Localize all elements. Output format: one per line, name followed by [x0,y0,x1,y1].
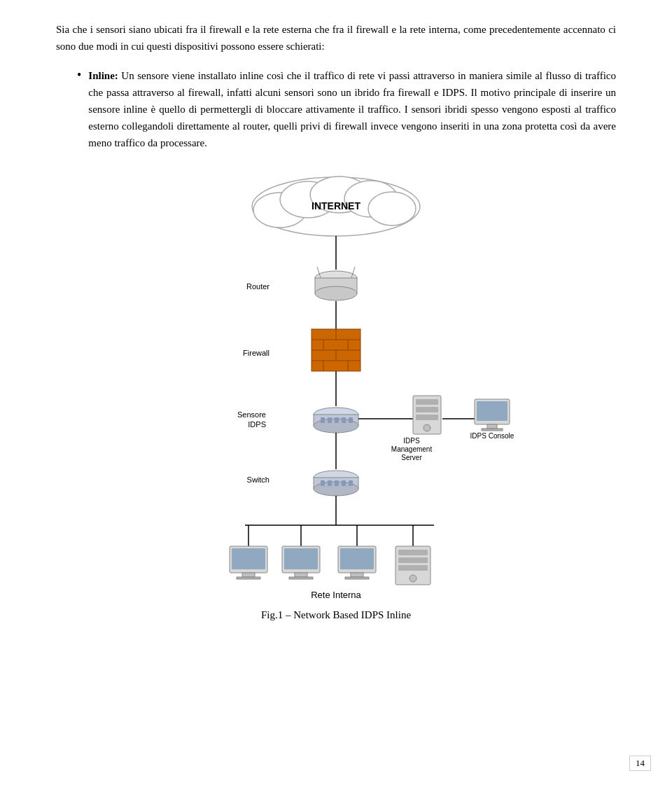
svg-rect-67 [340,548,374,569]
idps-mgmt-icon [413,396,441,434]
svg-rect-43 [482,429,503,431]
bullet-text: Inline: Un sensore viene installato inli… [88,67,616,151]
page-number: 14 [629,756,651,771]
switch-label: Switch [247,475,270,484]
svg-rect-51 [349,480,353,486]
diagram-container: INTERNET Router [56,168,616,621]
idps-console-icon [475,399,510,431]
svg-rect-72 [398,557,428,563]
svg-point-38 [424,424,430,431]
svg-rect-31 [349,417,353,423]
svg-rect-50 [342,480,346,486]
svg-point-9 [315,286,357,300]
network-diagram: INTERNET Router [140,168,532,602]
bullet-section: • Inline: Un sensore viene installato in… [77,67,616,151]
sensore-idps-label1: Sensore [237,410,266,419]
svg-rect-65 [289,577,313,579]
figure-caption-text: Fig.1 – Network Based IDPS Inline [261,609,411,620]
paragraph1: Sia che i sensori siano ubicati fra il f… [56,21,616,55]
figure-caption: Fig.1 – Network Based IDPS Inline [261,609,411,621]
switch-icon [314,471,358,496]
firewall-icon [312,329,360,371]
svg-rect-73 [398,565,428,571]
svg-rect-42 [487,424,497,429]
internet-label: INTERNET [312,200,360,211]
svg-rect-30 [342,417,346,423]
router-icon [315,267,357,300]
svg-point-74 [410,575,416,582]
svg-rect-48 [328,480,332,486]
svg-rect-71 [398,550,428,555]
idps-mgmt-label3: Server [401,454,422,461]
svg-rect-64 [295,573,307,577]
svg-rect-36 [416,407,438,412]
svg-rect-63 [284,548,318,569]
computer4-icon [396,546,430,585]
page: Sia che i sensori siano ubicati fra il f… [0,0,672,785]
svg-rect-49 [335,480,339,486]
svg-rect-60 [242,573,255,577]
inline-label: Inline: [88,70,118,81]
idps-mgmt-label1: IDPS [403,437,420,445]
svg-rect-68 [351,573,363,577]
inline-text: Un sensore viene installato inline così … [88,70,616,148]
rete-interna-label: Rete Interna [311,590,361,600]
svg-rect-41 [477,401,507,421]
svg-rect-37 [416,415,438,420]
svg-rect-29 [335,417,339,423]
sensore-idps-icon [314,408,358,433]
firewall-label: Firewall [243,349,270,357]
svg-rect-61 [237,577,260,579]
computer2-icon [282,546,320,579]
svg-rect-35 [416,399,438,405]
svg-point-5 [368,192,416,225]
bullet-dot: • [77,68,81,83]
router-label: Router [246,282,270,291]
svg-rect-28 [328,417,332,423]
idps-mgmt-label2: Management [391,445,433,453]
sensore-idps-label2: IDPS [248,420,266,429]
computer1-icon [230,546,267,579]
bullet-item-inline: • Inline: Un sensore viene installato in… [77,67,616,151]
svg-rect-59 [232,548,265,569]
svg-rect-47 [321,480,325,486]
idps-console-label1: IDPS Console [470,432,514,440]
svg-rect-69 [345,577,369,579]
svg-rect-27 [321,417,325,423]
computer3-icon [338,546,376,579]
